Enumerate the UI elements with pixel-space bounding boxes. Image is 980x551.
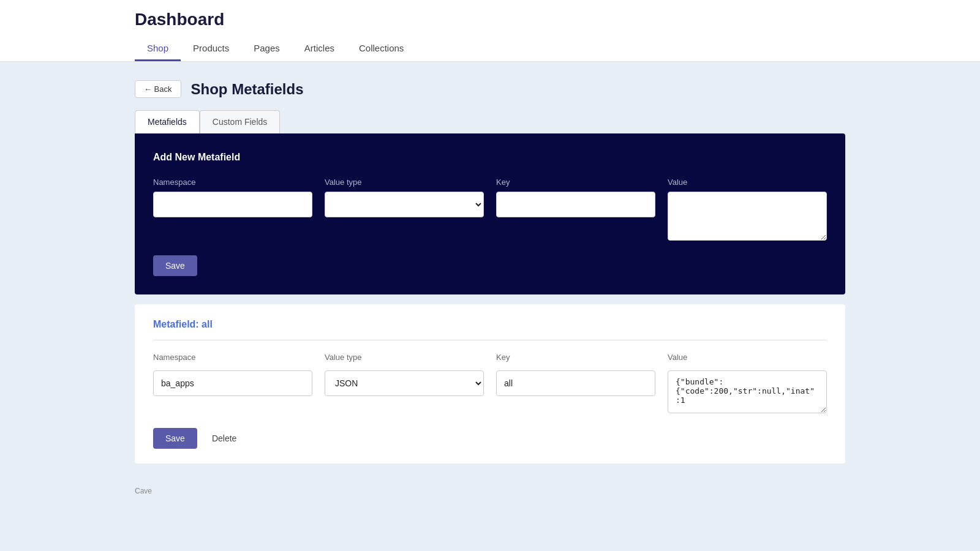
main-nav: Shop Products Pages Articles Collections: [0, 37, 980, 61]
metafield-namespace-group: Namespace: [153, 353, 312, 416]
section-divider: [153, 340, 827, 340]
metafield-all-section: Metafield: all Namespace Value type Stri…: [135, 304, 845, 463]
add-key-input[interactable]: [496, 192, 655, 217]
add-key-label: Key: [496, 178, 655, 187]
back-button[interactable]: ← Back: [135, 80, 181, 98]
add-form-row: Namespace Value type String Integer JSON…: [153, 178, 827, 241]
add-save-button[interactable]: Save: [153, 255, 197, 276]
metafield-namespace-input[interactable]: [153, 370, 312, 396]
metafield-key-group: Key: [496, 353, 655, 416]
add-value-type-group: Value type String Integer JSON Boolean: [325, 178, 484, 241]
page-title: Dashboard: [0, 10, 980, 37]
add-value-group: Value: [668, 178, 827, 241]
metafield-value-type-select[interactable]: String Integer JSON Boolean: [325, 370, 484, 396]
add-namespace-label: Namespace: [153, 178, 312, 187]
nav-item-products[interactable]: Products: [181, 37, 241, 61]
page-header-row: ← Back Shop Metafields: [135, 80, 845, 98]
metafield-value-type-group: Value type String Integer JSON Boolean: [325, 353, 484, 416]
add-value-type-label: Value type: [325, 178, 484, 187]
metafield-value-container: {"bundle": {"code":200,"str":null,"inat"…: [668, 370, 827, 416]
add-value-label: Value: [668, 178, 827, 187]
metafield-form-row: Namespace Value type String Integer JSON…: [153, 353, 827, 416]
add-value-type-select[interactable]: String Integer JSON Boolean: [325, 192, 484, 217]
metafield-key-input[interactable]: [496, 370, 655, 396]
footer: Cave: [0, 482, 980, 500]
add-namespace-group: Namespace: [153, 178, 312, 241]
nav-item-pages[interactable]: Pages: [241, 37, 292, 61]
tab-bar: Metafields Custom Fields: [135, 110, 845, 133]
add-key-group: Key: [496, 178, 655, 241]
add-namespace-input[interactable]: [153, 192, 312, 217]
main-content: ← Back Shop Metafields Metafields Custom…: [0, 62, 980, 482]
tab-custom-fields[interactable]: Custom Fields: [200, 110, 280, 133]
metafield-value-textarea[interactable]: {"bundle": {"code":200,"str":null,"inat"…: [668, 370, 827, 413]
metafield-value-type-label: Value type: [325, 353, 484, 362]
metafield-action-row: Save Delete: [153, 428, 827, 449]
add-panel-title: Add New Metafield: [153, 152, 827, 163]
metafield-value-group: Value {"bundle": {"code":200,"str":null,…: [668, 353, 827, 416]
metafield-save-button[interactable]: Save: [153, 428, 197, 449]
nav-item-collections[interactable]: Collections: [347, 37, 416, 61]
header: Dashboard Shop Products Pages Articles C…: [0, 0, 980, 62]
nav-item-articles[interactable]: Articles: [292, 37, 347, 61]
metafield-value-label: Value: [668, 353, 827, 362]
metafield-all-title: Metafield: all: [153, 319, 827, 330]
add-metafield-panel: Add New Metafield Namespace Value type S…: [135, 133, 845, 294]
metafield-key-label: Key: [496, 353, 655, 362]
add-value-textarea[interactable]: [668, 192, 827, 241]
footer-text: Cave: [135, 487, 152, 495]
shop-metafields-title: Shop Metafields: [191, 81, 304, 98]
nav-item-shop[interactable]: Shop: [135, 37, 181, 61]
tab-metafields[interactable]: Metafields: [135, 110, 200, 133]
metafield-delete-button[interactable]: Delete: [205, 428, 244, 449]
metafield-namespace-label: Namespace: [153, 353, 312, 362]
